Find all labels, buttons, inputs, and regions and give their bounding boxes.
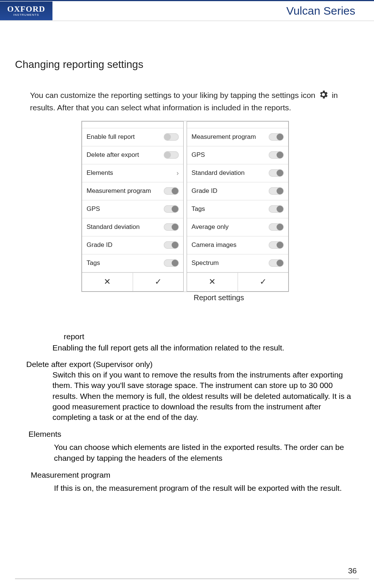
close-icon: ✕ — [104, 277, 111, 287]
page-footer-rule — [15, 579, 359, 579]
toggle-icon[interactable] — [164, 259, 179, 267]
row-delete-after-export[interactable]: Delete after export — [82, 146, 183, 164]
elements-body: You can choose which elements are listed… — [54, 442, 355, 464]
measurement-program-body: If this is on, the measurement program o… — [54, 483, 355, 493]
panel-spacer — [82, 122, 183, 128]
row-label: Standard deviation — [87, 223, 140, 231]
toggle-icon[interactable] — [269, 205, 284, 213]
confirm-button[interactable]: ✓ — [238, 273, 289, 291]
check-icon: ✓ — [155, 277, 162, 287]
measurement-program-heading: Measurement program — [31, 471, 355, 480]
row-gps[interactable]: GPS — [187, 146, 288, 164]
report-settings-figure: r Enable full report Delete after export… — [15, 121, 355, 292]
row-label: Standard deviation — [191, 169, 245, 177]
row-label: Elements — [87, 169, 113, 177]
row-label: Tags — [87, 259, 100, 267]
toggle-icon[interactable] — [269, 241, 284, 249]
row-camera-images[interactable]: Camera images — [187, 236, 288, 254]
panel-spacer — [187, 122, 288, 128]
full-report-body: Enabling the full report gets all the in… — [52, 343, 355, 353]
panel-actions: ✕ ✓ — [187, 272, 288, 291]
elements-heading: Elements — [28, 430, 355, 439]
row-enable-full-report[interactable]: Enable full report — [82, 128, 183, 146]
row-label: Tags — [191, 205, 205, 213]
confirm-button[interactable]: ✓ — [133, 273, 184, 291]
cancel-button[interactable]: ✕ — [82, 273, 133, 291]
row-standard-deviation[interactable]: Standard deviation — [187, 164, 288, 182]
delete-after-export-heading: Delete after export (Supervisor only) — [26, 360, 355, 369]
brand-logo: OXFORD INSTRUMENTS — [0, 2, 52, 20]
row-elements[interactable]: Elements › — [82, 164, 183, 182]
row-label: Measurement program — [87, 187, 151, 195]
row-label: Grade ID — [191, 187, 217, 195]
row-measurement-program[interactable]: Measurement program — [187, 128, 288, 146]
settings-panels: Enable full report Delete after export E… — [81, 121, 289, 292]
settings-panel-left: Enable full report Delete after export E… — [82, 121, 184, 292]
row-label: GPS — [191, 151, 205, 159]
logo-sub-text: INSTRUMENTS — [13, 13, 39, 17]
intro-part1: You can customize the reporting settings… — [30, 91, 317, 99]
row-label: Measurement program — [191, 133, 256, 141]
row-tags[interactable]: Tags — [82, 254, 183, 272]
row-gps[interactable]: GPS — [82, 200, 183, 218]
figure-caption: Report settings — [82, 293, 355, 302]
row-measurement-program[interactable]: Measurement program — [82, 182, 183, 200]
cancel-button[interactable]: ✕ — [187, 273, 238, 291]
chevron-right-icon: › — [177, 169, 179, 177]
settings-panel-right: Measurement program GPS Standard deviati… — [187, 121, 289, 292]
row-grade-id[interactable]: Grade ID — [82, 236, 183, 254]
toggle-icon[interactable] — [269, 223, 284, 231]
row-standard-deviation[interactable]: Standard deviation — [82, 218, 183, 236]
toggle-icon[interactable] — [269, 169, 284, 177]
row-average-only[interactable]: Average only — [187, 218, 288, 236]
full-report-fragment: report — [64, 332, 355, 341]
gear-icon — [318, 89, 329, 102]
logo-main-text: OXFORD — [7, 5, 45, 13]
row-label: Delete after export — [87, 151, 139, 159]
toggle-icon[interactable] — [164, 151, 179, 159]
toggle-icon[interactable] — [164, 241, 179, 249]
toggle-icon[interactable] — [164, 133, 179, 141]
toggle-icon[interactable] — [164, 187, 179, 195]
toggle-icon[interactable] — [269, 133, 284, 141]
toggle-icon[interactable] — [269, 187, 284, 195]
check-icon: ✓ — [260, 277, 266, 287]
row-label: Average only — [191, 223, 229, 231]
intro-paragraph: You can customize the reporting settings… — [15, 89, 355, 113]
toggle-icon[interactable] — [269, 151, 284, 159]
close-icon: ✕ — [209, 277, 215, 287]
row-grade-id[interactable]: Grade ID — [187, 182, 288, 200]
row-spectrum[interactable]: Spectrum — [187, 254, 288, 272]
page-number: 36 — [348, 566, 357, 575]
delete-after-export-body: Switch this on if you want to remove the… — [52, 370, 355, 423]
page-header: OXFORD INSTRUMENTS Vulcan Series — [0, 0, 374, 21]
section-heading: Changing reporting settings — [15, 59, 355, 71]
page-content: Changing reporting settings You can cust… — [0, 21, 374, 493]
toggle-icon[interactable] — [164, 205, 179, 213]
row-tags[interactable]: Tags — [187, 200, 288, 218]
row-label: GPS — [87, 205, 100, 213]
toggle-icon[interactable] — [164, 223, 179, 231]
row-label: Spectrum — [191, 259, 219, 267]
row-label: Camera images — [191, 241, 236, 249]
document-series-title: Vulcan Series — [286, 5, 355, 17]
row-label: Grade ID — [87, 241, 112, 249]
row-label: Enable full report — [87, 133, 135, 141]
panel-actions: ✕ ✓ — [82, 272, 183, 291]
toggle-icon[interactable] — [269, 259, 284, 267]
